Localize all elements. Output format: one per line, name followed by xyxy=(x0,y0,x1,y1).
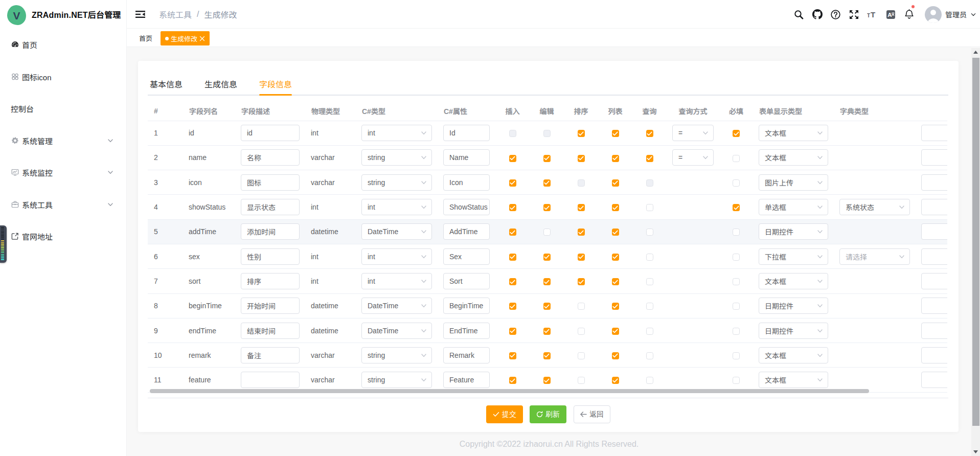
is_insert-checkbox[interactable] xyxy=(509,377,516,384)
tab-field-info[interactable]: 字段信息 xyxy=(259,75,292,95)
scroll-down-arrow-icon[interactable] xyxy=(971,447,980,456)
is_edit-checkbox[interactable] xyxy=(543,179,551,187)
is_list-checkbox[interactable] xyxy=(612,130,619,137)
column_comment-input[interactable]: 备注 xyxy=(241,347,300,363)
is_query-checkbox[interactable] xyxy=(646,254,653,261)
is_required-checkbox[interactable] xyxy=(733,254,740,261)
tab-basic-info[interactable]: 基本信息 xyxy=(150,75,183,95)
is_query-checkbox[interactable] xyxy=(646,352,653,359)
is_required-checkbox[interactable] xyxy=(733,352,740,359)
is_required-checkbox[interactable] xyxy=(733,303,740,310)
extra-input[interactable] xyxy=(921,372,947,388)
extra-input[interactable] xyxy=(921,149,947,166)
github-button[interactable] xyxy=(808,0,827,29)
html_type-select[interactable]: 文本框 xyxy=(759,149,828,166)
is_list-checkbox[interactable] xyxy=(612,254,619,261)
is_sort-checkbox[interactable] xyxy=(578,352,585,359)
csharp_field-input[interactable]: Name xyxy=(443,149,490,166)
column_comment-input[interactable]: 排序 xyxy=(241,273,300,289)
column_comment-input[interactable]: 添加时间 xyxy=(241,223,300,240)
extra-input[interactable] xyxy=(921,248,947,265)
query_type-select[interactable]: = xyxy=(672,125,714,141)
extra-input[interactable] xyxy=(921,273,947,289)
help-button[interactable] xyxy=(827,0,845,29)
column_comment-input[interactable]: 显示状态 xyxy=(241,199,300,215)
is_sort-checkbox[interactable] xyxy=(578,377,585,384)
fullscreen-button[interactable] xyxy=(845,0,863,29)
is_sort-checkbox[interactable] xyxy=(578,303,585,310)
html_type-select[interactable]: 文本框 xyxy=(759,125,828,141)
translate-button[interactable]: A xyxy=(881,0,900,29)
html_type-select[interactable]: 日期控件 xyxy=(759,323,828,339)
is_required-checkbox[interactable] xyxy=(733,179,740,187)
is_required-checkbox[interactable] xyxy=(733,204,740,211)
is_insert-checkbox[interactable] xyxy=(509,130,516,137)
extra-input[interactable] xyxy=(921,298,947,314)
html_type-select[interactable]: 文本框 xyxy=(759,347,828,363)
extra-input[interactable] xyxy=(921,125,947,141)
is_insert-checkbox[interactable] xyxy=(509,352,516,359)
is_list-checkbox[interactable] xyxy=(612,328,619,335)
is_sort-checkbox[interactable] xyxy=(578,179,585,187)
is_required-checkbox[interactable] xyxy=(733,377,740,384)
is_list-checkbox[interactable] xyxy=(612,179,619,187)
extra-input[interactable] xyxy=(921,174,947,191)
csharp_type-select[interactable]: string xyxy=(361,372,432,388)
csharp_field-input[interactable]: BeginTime xyxy=(443,298,490,314)
is_list-checkbox[interactable] xyxy=(612,377,619,384)
html_type-select[interactable]: 日期控件 xyxy=(759,298,828,314)
csharp_type-select[interactable]: string xyxy=(361,149,432,166)
is_edit-checkbox[interactable] xyxy=(543,254,551,261)
is_edit-checkbox[interactable] xyxy=(543,204,551,211)
csharp_type-select[interactable]: string xyxy=(361,347,432,363)
is_insert-checkbox[interactable] xyxy=(509,328,516,335)
tab-gen-info[interactable]: 生成信息 xyxy=(204,75,237,95)
is_sort-checkbox[interactable] xyxy=(578,204,585,211)
breadcrumb-item-parent[interactable]: 系统工具 xyxy=(159,8,192,20)
column_comment-input[interactable]: 图标 xyxy=(241,174,300,191)
is_edit-checkbox[interactable] xyxy=(543,155,551,162)
is_list-checkbox[interactable] xyxy=(612,204,619,211)
column_comment-input[interactable]: id xyxy=(241,125,300,141)
column_comment-input[interactable] xyxy=(241,372,300,388)
search-button[interactable] xyxy=(790,0,808,29)
is_insert-checkbox[interactable] xyxy=(509,254,516,261)
dict_type-select[interactable]: 系统状态 xyxy=(839,199,910,215)
is_query-checkbox[interactable] xyxy=(646,303,653,310)
extra-input[interactable] xyxy=(921,323,947,339)
is_query-checkbox[interactable] xyxy=(646,278,653,285)
tag-active[interactable]: 生成修改 xyxy=(161,31,210,45)
sidebar-item-system-manage[interactable]: 系统管理 xyxy=(0,126,127,155)
is_insert-checkbox[interactable] xyxy=(509,204,516,211)
html_type-select[interactable]: 单选框 xyxy=(759,199,828,215)
is_edit-checkbox[interactable] xyxy=(543,377,551,384)
tag-close-icon[interactable] xyxy=(199,35,206,42)
is_sort-checkbox[interactable] xyxy=(578,254,585,261)
csharp_field-input[interactable]: Feature xyxy=(443,372,490,388)
is_query-checkbox[interactable] xyxy=(646,204,653,211)
is_list-checkbox[interactable] xyxy=(612,155,619,162)
html_type-select[interactable]: 日期控件 xyxy=(759,223,828,240)
extra-input[interactable] xyxy=(921,199,947,215)
performance-meter[interactable] xyxy=(0,225,7,263)
column_comment-input[interactable]: 性别 xyxy=(241,248,300,265)
html_type-select[interactable]: 下拉框 xyxy=(759,248,828,265)
is_required-checkbox[interactable] xyxy=(733,155,740,162)
is_sort-checkbox[interactable] xyxy=(578,155,585,162)
csharp_type-select[interactable]: DateTime xyxy=(361,298,432,314)
column_comment-input[interactable]: 结束时间 xyxy=(241,323,300,339)
csharp_field-input[interactable]: Sex xyxy=(443,248,490,265)
refresh-button[interactable]: 刷新 xyxy=(530,405,566,423)
back-button[interactable]: 返回 xyxy=(574,405,610,423)
is_edit-checkbox[interactable] xyxy=(543,328,551,335)
is_insert-checkbox[interactable] xyxy=(509,179,516,187)
menu-fold-icon[interactable] xyxy=(135,10,145,19)
is_list-checkbox[interactable] xyxy=(612,303,619,310)
sidebar-item-site-link[interactable]: 官网地址 xyxy=(0,222,127,250)
dict_type-select[interactable]: 请选择 xyxy=(839,248,910,265)
extra-input[interactable] xyxy=(921,223,947,240)
csharp_field-input[interactable]: Sort xyxy=(443,273,490,289)
is_query-checkbox[interactable] xyxy=(646,328,653,335)
is_required-checkbox[interactable] xyxy=(733,229,740,236)
csharp_field-input[interactable]: EndTime xyxy=(443,323,490,339)
